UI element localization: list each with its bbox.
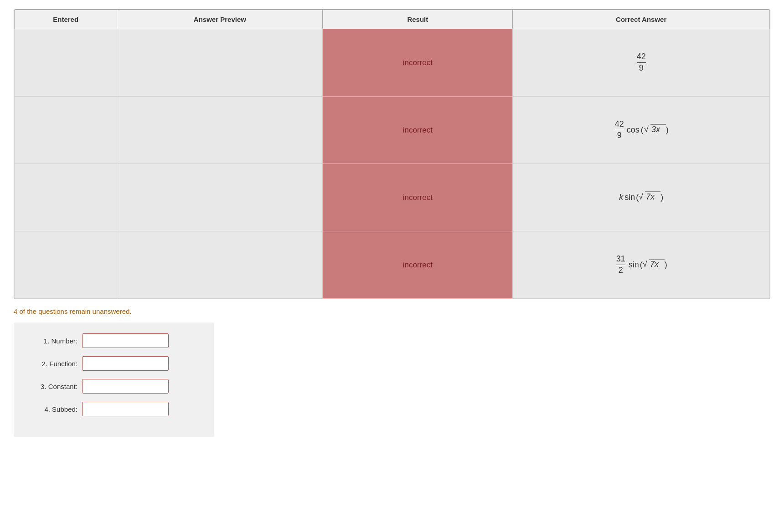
math-display-4: 31 2 sin ( √ 7x ) xyxy=(513,231,769,298)
table-row: incorrect 31 2 sin ( √ 7x xyxy=(15,231,770,299)
cell-correct-1: 42 9 xyxy=(513,29,770,97)
svg-text:7x: 7x xyxy=(646,192,655,201)
function-input[interactable] xyxy=(82,356,169,371)
col-header-result: Result xyxy=(323,10,513,29)
table-row: incorrect k sin ( √ 7x xyxy=(15,164,770,231)
svg-text:3x: 3x xyxy=(651,125,660,134)
cell-preview-4 xyxy=(117,231,323,299)
cell-entered-3 xyxy=(15,164,117,231)
label-constant: 3. Constant: xyxy=(27,383,77,390)
cell-correct-4: 31 2 sin ( √ 7x ) xyxy=(513,231,770,299)
form-row-constant: 3. Constant: xyxy=(27,379,201,394)
cell-result-3: incorrect xyxy=(323,164,513,231)
cell-entered-4 xyxy=(15,231,117,299)
svg-text:√: √ xyxy=(639,192,643,201)
cell-result-4: incorrect xyxy=(323,231,513,299)
math-display-2: 42 9 cos ( √ 3x ) xyxy=(513,97,769,164)
results-table: Entered Answer Preview Result Correct An… xyxy=(14,10,770,299)
form-row-number: 1. Number: xyxy=(27,333,201,348)
cell-preview-1 xyxy=(117,29,323,97)
svg-text:√: √ xyxy=(643,260,647,269)
sqrt-7x-icon-2: √ 7x xyxy=(643,257,665,271)
label-number: 1. Number: xyxy=(27,337,77,345)
cell-correct-2: 42 9 cos ( √ 3x ) xyxy=(513,97,770,164)
constant-input[interactable] xyxy=(82,379,169,394)
results-table-wrapper: Entered Answer Preview Result Correct An… xyxy=(14,9,770,299)
unanswered-message: 4 of the questions remain unanswered. xyxy=(14,307,770,315)
fraction-4: 31 2 xyxy=(616,254,625,275)
number-input[interactable] xyxy=(82,333,169,348)
col-header-preview: Answer Preview xyxy=(117,10,323,29)
cell-correct-3: k sin ( √ 7x ) xyxy=(513,164,770,231)
sqrt-7x-icon: √ 7x xyxy=(639,189,660,203)
sqrt-3x-icon: √ 3x xyxy=(644,122,666,136)
svg-text:√: √ xyxy=(644,125,649,134)
cell-preview-2 xyxy=(117,97,323,164)
cell-result-2: incorrect xyxy=(323,97,513,164)
cell-entered-1 xyxy=(15,29,117,97)
fraction-1: 42 9 xyxy=(637,52,646,73)
fraction-2: 42 9 xyxy=(615,119,624,140)
form-row-subbed: 4. Subbed: xyxy=(27,402,201,416)
table-row: incorrect 42 9 xyxy=(15,29,770,97)
label-function: 2. Function: xyxy=(27,360,77,368)
cell-result-1: incorrect xyxy=(323,29,513,97)
table-row: incorrect 42 9 cos ( √ xyxy=(15,97,770,164)
subbed-input[interactable] xyxy=(82,402,169,416)
label-subbed: 4. Subbed: xyxy=(27,405,77,413)
form-row-function: 2. Function: xyxy=(27,356,201,371)
svg-text:7x: 7x xyxy=(650,260,659,269)
math-display-1: 42 9 xyxy=(513,29,769,96)
cell-entered-2 xyxy=(15,97,117,164)
col-header-correct: Correct Answer xyxy=(513,10,770,29)
answer-form: 1. Number: 2. Function: 3. Constant: 4. … xyxy=(14,322,214,437)
col-header-entered: Entered xyxy=(15,10,117,29)
math-display-3: k sin ( √ 7x ) xyxy=(513,164,769,231)
cell-preview-3 xyxy=(117,164,323,231)
